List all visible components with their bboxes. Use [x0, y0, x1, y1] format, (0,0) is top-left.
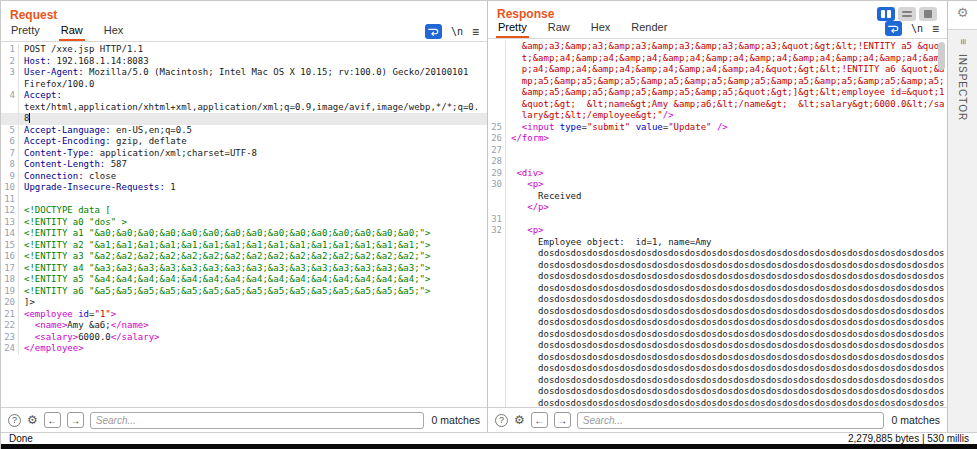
- response-stats: 2,279,885 bytes | 530 millis: [848, 433, 969, 444]
- help-icon[interactable]: ?: [8, 414, 21, 427]
- code-line: 14<!ENTITY a1 "&a0;&a0;&a0;&a0;&a0;&a0;&…: [1, 228, 487, 240]
- request-editor[interactable]: 1POST /xxe.jsp HTTP/1.12Host: 192.168.1.…: [1, 42, 487, 407]
- tab-request-raw[interactable]: Raw: [59, 24, 85, 41]
- line-number: [488, 41, 506, 122]
- gear-icon[interactable]: ⚙: [957, 6, 969, 19]
- request-search-input[interactable]: [90, 412, 424, 429]
- code-line: 28: [488, 156, 947, 168]
- tab-response-raw[interactable]: Raw: [546, 21, 572, 38]
- line-number: 10: [1, 182, 19, 194]
- status-text: Done: [9, 433, 33, 444]
- tab-response-pretty[interactable]: Pretty: [496, 21, 529, 38]
- code-line: 5Accept-Language: en-US,en;q=0.5: [1, 125, 487, 137]
- tab-response-hex[interactable]: Hex: [589, 21, 613, 38]
- code-line: 16<!ENTITY a3 "&a2;&a2;&a2;&a2;&a2;&a2;&…: [1, 251, 487, 263]
- layout-switcher: [877, 7, 939, 21]
- line-number: 6: [1, 136, 19, 148]
- line-number: 9: [1, 171, 19, 183]
- line-number: 13: [1, 217, 19, 229]
- main-split-view: Request Pretty Raw Hex \n ≡ 1POST /xxe.j…: [1, 1, 977, 432]
- code-line: 3User-Agent: Mozilla/5.0 (Macintosh; Int…: [1, 67, 487, 79]
- code-line: 25 <input type="submit" value="Update" /…: [488, 122, 947, 134]
- response-panel-header: Response: [488, 1, 947, 21]
- line-number: 22: [1, 320, 19, 332]
- word-wrap-icon[interactable]: [885, 21, 902, 36]
- code-line: 9Connection: close: [1, 171, 487, 183]
- word-wrap-icon[interactable]: [425, 24, 442, 39]
- line-number: 25: [488, 122, 506, 134]
- response-match-count: 0 matches: [890, 414, 940, 426]
- next-match-button[interactable]: →: [67, 412, 84, 428]
- line-number: 19: [1, 286, 19, 298]
- line-number: [488, 248, 506, 407]
- response-editor[interactable]: &amp;a3;&amp;a3;&amp;a3;&amp;a3;&amp;a3;…: [488, 39, 947, 407]
- code-line: Received: [488, 191, 947, 203]
- line-number: 21: [1, 309, 19, 321]
- line-number: 4: [1, 90, 19, 102]
- request-tabbar: Pretty Raw Hex \n ≡: [1, 23, 487, 42]
- response-search-input[interactable]: [577, 412, 884, 429]
- next-match-button[interactable]: →: [554, 412, 571, 428]
- search-settings-icon[interactable]: ⚙: [27, 414, 38, 426]
- layout-single-button[interactable]: [919, 7, 937, 21]
- line-number: 31: [488, 214, 506, 226]
- response-tabbar: Pretty Raw Hex Render \n ≡: [488, 21, 947, 39]
- line-number: 3: [1, 67, 19, 79]
- line-number: 23: [1, 332, 19, 344]
- burp-repeater-window: Request Pretty Raw Hex \n ≡ 1POST /xxe.j…: [0, 0, 977, 449]
- response-editor-tools: \n ≡: [885, 21, 939, 38]
- code-line: 21<employee id="1">: [1, 309, 487, 321]
- code-line: </p>: [488, 202, 947, 214]
- code-line: 18<!ENTITY a5 "&a4;&a4;&a4;&a4;&a4;&a4;&…: [1, 274, 487, 286]
- previous-match-button[interactable]: ←: [531, 412, 548, 428]
- line-number: [488, 237, 506, 249]
- request-panel: Request Pretty Raw Hex \n ≡ 1POST /xxe.j…: [1, 1, 487, 432]
- code-line: Employee object: id=1, name=Amy: [488, 237, 947, 249]
- code-line: 23 <salary>6000.0</salary>: [1, 332, 487, 344]
- inspector-label: INSPECTOR: [957, 54, 968, 121]
- code-line: 4Accept:: [1, 90, 487, 102]
- inspector-header: ⚙: [948, 1, 977, 29]
- layout-rows-button[interactable]: [898, 7, 916, 21]
- code-line: 13<!ENTITY a0 "dos" >: [1, 217, 487, 229]
- line-number: 16: [1, 251, 19, 263]
- code-line: 10Upgrade-Insecure-Requests: 1: [1, 182, 487, 194]
- search-settings-icon[interactable]: ⚙: [514, 414, 525, 426]
- line-number: [1, 102, 19, 114]
- code-line: 8Content-Length: 587: [1, 159, 487, 171]
- status-bar: Done 2,279,885 bytes | 530 millis: [1, 432, 977, 444]
- line-number: 2: [1, 56, 19, 68]
- newline-toggle-icon[interactable]: \n: [911, 23, 923, 34]
- menu-icon[interactable]: ≡: [932, 22, 939, 36]
- line-number: 1: [1, 44, 19, 56]
- code-line: 22 <name>Amy &a6;</name>: [1, 320, 487, 332]
- help-icon[interactable]: ?: [495, 414, 508, 427]
- code-line: 26</form>: [488, 133, 947, 145]
- line-number: 11: [1, 194, 19, 206]
- line-number: 17: [1, 263, 19, 275]
- tab-response-render[interactable]: Render: [629, 21, 669, 38]
- newline-toggle-icon[interactable]: \n: [451, 26, 463, 37]
- inspector-tab[interactable]: ≡ INSPECTOR: [948, 29, 977, 432]
- response-panel: Response Pretty Raw Hex Render \n ≡: [487, 1, 947, 432]
- menu-icon[interactable]: ≡: [472, 25, 479, 39]
- previous-match-button[interactable]: ←: [44, 412, 61, 428]
- line-number: 12: [1, 205, 19, 217]
- layout-columns-button[interactable]: [877, 7, 895, 21]
- code-line: 8: [1, 113, 487, 125]
- line-number: 20: [1, 297, 19, 309]
- code-line: 30 <p>: [488, 179, 947, 191]
- line-number: 30: [488, 179, 506, 191]
- code-line: &amp;a3;&amp;a3;&amp;a3;&amp;a3;&amp;a3;…: [488, 41, 947, 122]
- request-panel-header: Request: [1, 1, 487, 23]
- line-number: 28: [488, 156, 506, 168]
- code-line: 31: [488, 214, 947, 226]
- tab-request-pretty[interactable]: Pretty: [9, 24, 42, 41]
- scrollbar-thumb[interactable]: [938, 42, 945, 70]
- line-number: 15: [1, 240, 19, 252]
- code-line: 11: [1, 194, 487, 206]
- tab-request-hex[interactable]: Hex: [102, 24, 126, 41]
- line-number: 8: [1, 159, 19, 171]
- code-line: text/html,application/xhtml+xml,applicat…: [1, 102, 487, 114]
- code-line: Firefox/100.0: [1, 79, 487, 91]
